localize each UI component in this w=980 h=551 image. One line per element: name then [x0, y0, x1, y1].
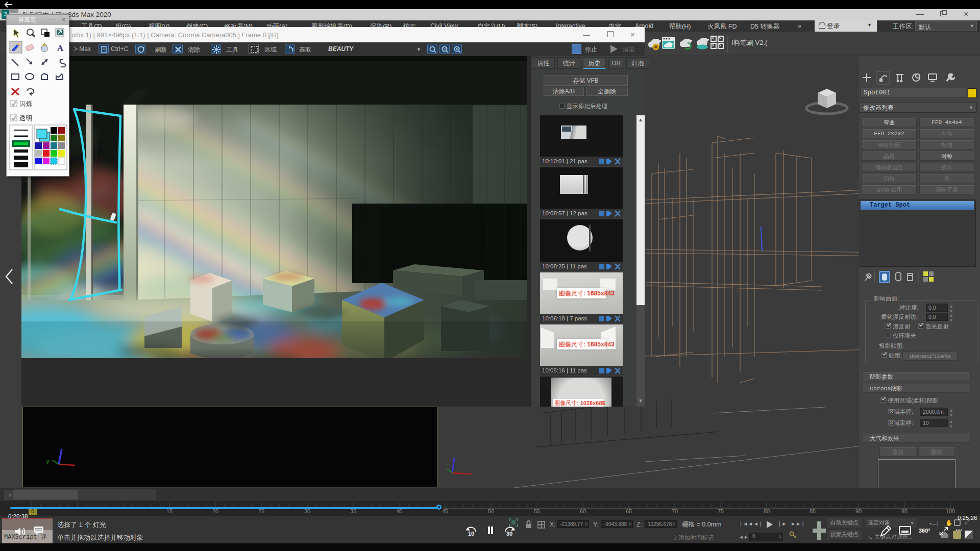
svg-text:55: 55 [534, 508, 540, 514]
svg-text:10: 10 [468, 531, 474, 537]
svg-text:A: A [57, 43, 64, 53]
svg-text:100: 100 [946, 508, 955, 514]
svg-text:85: 85 [810, 508, 816, 514]
svg-text:70: 70 [672, 508, 678, 514]
svg-text:45: 45 [442, 508, 448, 514]
svg-text:y: y [46, 458, 50, 464]
svg-text:95: 95 [901, 508, 908, 514]
svg-text:透明: 透明 [19, 115, 32, 122]
svg-text:30: 30 [506, 531, 512, 537]
svg-text:0: 0 [31, 509, 34, 514]
svg-text:60: 60 [580, 508, 586, 514]
svg-text:65: 65 [626, 508, 632, 514]
svg-text:50: 50 [488, 508, 494, 514]
svg-text:90: 90 [855, 508, 862, 514]
svg-text:闪烁: 闪烁 [19, 101, 33, 108]
svg-text:75: 75 [718, 508, 724, 514]
svg-text:80: 80 [764, 508, 770, 514]
